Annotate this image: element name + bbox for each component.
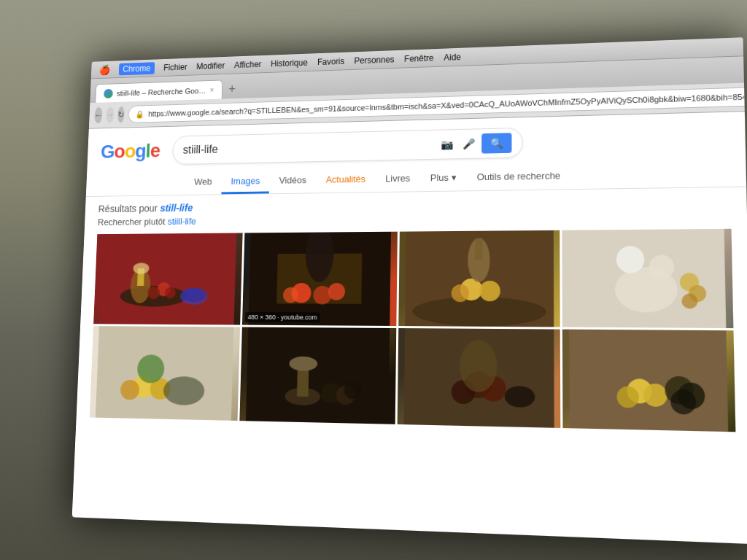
forward-button[interactable]: → [106, 106, 115, 122]
search-icons: 📷 🎤 [440, 136, 476, 152]
logo-o2: o [124, 141, 136, 162]
browser-tab-active[interactable]: stiill-life – Recherche Goo… × [95, 79, 222, 102]
search-button[interactable]: 🔍 [482, 133, 512, 153]
svg-rect-23 [475, 238, 482, 260]
monitor-frame: 🍎 Chrome Fichier Modifier Afficher Histo… [0, 0, 747, 560]
screen-container: 🍎 Chrome Fichier Modifier Afficher Histo… [72, 37, 747, 544]
tab-close-button[interactable]: × [210, 86, 214, 93]
menu-modifier[interactable]: Modifier [196, 61, 225, 71]
apple-menu[interactable]: 🍎 [99, 64, 111, 75]
tab-actualites[interactable]: Actualités [316, 168, 376, 192]
image-3 [398, 230, 560, 327]
svg-rect-31 [96, 326, 234, 421]
menu-personnes[interactable]: Personnes [354, 54, 394, 65]
google-page: Google 📷 🎤 🔍 [76, 112, 747, 440]
google-logo-search-row: Google 📷 🎤 🔍 [100, 122, 729, 166]
image-4 [562, 229, 734, 328]
menu-fenetre[interactable]: Fenêtre [404, 52, 433, 63]
menu-historique[interactable]: Historique [271, 58, 308, 69]
image-label-2: 480 × 360 · youtube.com [245, 312, 320, 322]
mic-icon[interactable]: 🎤 [462, 136, 476, 151]
image-5 [90, 326, 240, 421]
logo-G: G [100, 141, 115, 162]
back-button[interactable]: ← [94, 107, 103, 123]
image-cell-5[interactable] [90, 326, 240, 421]
svg-point-21 [451, 284, 468, 302]
svg-point-20 [479, 281, 500, 301]
image-cell-7[interactable] [397, 328, 560, 428]
search-box[interactable]: 📷 🎤 🔍 [172, 128, 523, 165]
google-logo: Google [100, 140, 160, 163]
image-cell-8[interactable] [562, 330, 735, 432]
image-grid-row2 [90, 326, 736, 432]
image-8 [562, 330, 735, 432]
menu-afficher[interactable]: Afficher [234, 59, 262, 69]
suggest-link[interactable]: stiill-life [168, 216, 197, 227]
image-grid-row1: 480 × 360 · youtube.com [93, 229, 733, 328]
image-cell-1[interactable] [93, 233, 242, 324]
reload-button[interactable]: ↻ [117, 106, 125, 122]
tab-web[interactable]: Web [185, 171, 222, 195]
image-1 [93, 233, 242, 324]
tab-livres[interactable]: Livres [375, 167, 420, 192]
logo-o1: o [114, 141, 125, 162]
image-6 [239, 327, 396, 424]
lock-icon: 🔒 [135, 109, 144, 118]
new-tab-button[interactable]: + [222, 79, 242, 99]
menu-chrome[interactable]: Chrome [119, 62, 155, 75]
menu-aide[interactable]: Aide [444, 52, 461, 62]
tab-images[interactable]: Images [221, 170, 270, 194]
menu-fichier[interactable]: Fichier [163, 62, 187, 72]
camera-icon[interactable]: 📷 [440, 137, 454, 152]
tab-title: stiill-life – Recherche Goo… [117, 86, 206, 97]
image-cell-3[interactable] [398, 230, 560, 327]
logo-g: g [135, 140, 147, 161]
tab-favicon [104, 88, 113, 98]
results-area: Résultats pour still-life Rechercher plu… [76, 187, 747, 440]
image-cell-4[interactable] [562, 229, 734, 328]
svg-rect-37 [246, 327, 390, 424]
menu-favoris[interactable]: Favoris [317, 56, 345, 67]
browser-content: Google 📷 🎤 🔍 [72, 112, 747, 544]
tab-videos[interactable]: Vidéos [269, 169, 317, 194]
image-cell-6[interactable] [239, 327, 396, 424]
screen-wrapper: 🍎 Chrome Fichier Modifier Afficher Histo… [72, 37, 747, 544]
image-cell-2[interactable]: 480 × 360 · youtube.com [242, 232, 398, 326]
svg-rect-50 [569, 330, 728, 432]
tab-outils[interactable]: Outils de recherche [466, 164, 570, 190]
results-for-link[interactable]: still-life [160, 202, 193, 214]
tab-plus[interactable]: Plus ▾ [420, 166, 467, 191]
image-7 [397, 328, 560, 428]
search-input[interactable] [182, 139, 434, 157]
logo-e: e [150, 140, 160, 161]
svg-rect-0 [99, 233, 236, 325]
